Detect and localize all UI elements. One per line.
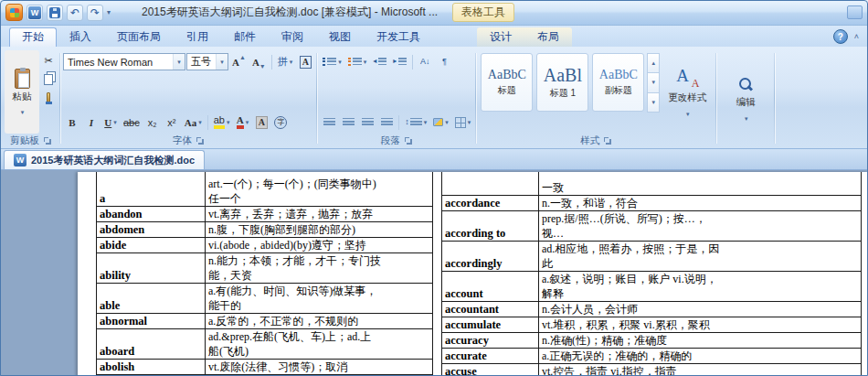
font-name-combo[interactable]: Times New Roman ▾ xyxy=(63,53,185,70)
gallery-down-button[interactable]: ▼ xyxy=(647,72,660,92)
definition-cell[interactable]: a.叙述，说明；账目，账户 vi.说明， 解释 xyxy=(539,271,862,301)
word-cell[interactable]: accumulate xyxy=(442,317,539,332)
tab-developer[interactable]: 开发工具 xyxy=(364,27,433,47)
numbering-button[interactable] xyxy=(345,53,370,70)
definition-cell[interactable]: vt.废除(法律、习惯等)；取消 xyxy=(206,359,433,374)
justify-button[interactable] xyxy=(377,113,396,131)
tab-mailings[interactable]: 邮件 xyxy=(221,27,269,47)
definition-cell[interactable]: n.会计人员，会计师 xyxy=(539,301,862,317)
align-right-button[interactable] xyxy=(358,113,376,131)
help-icon[interactable]: ? xyxy=(833,29,848,44)
tab-insert[interactable]: 插入 xyxy=(57,27,104,47)
dialog-launcher-icon[interactable] xyxy=(604,137,612,145)
grow-font-button[interactable]: A▲ xyxy=(229,53,249,70)
change-styles-button[interactable]: AA 更改样式 xyxy=(661,50,714,134)
word-cell[interactable]: abide xyxy=(97,237,206,252)
copy-button[interactable] xyxy=(39,70,58,88)
italic-button[interactable]: I xyxy=(82,113,101,131)
definition-cell[interactable]: a.反常的，不正常的，不规则的 xyxy=(206,313,433,328)
word-cell[interactable] xyxy=(442,172,539,195)
word-cell[interactable]: able xyxy=(97,283,206,313)
bullets-button[interactable] xyxy=(320,53,344,70)
tab-view[interactable]: 视图 xyxy=(316,27,364,47)
shading-button[interactable] xyxy=(430,113,451,131)
word-cell[interactable]: accuse xyxy=(442,363,539,376)
word-cell[interactable]: aboard xyxy=(97,328,206,359)
style-card-subtitle[interactable]: AaBbC 副标题 xyxy=(592,53,644,112)
character-border-button[interactable]: A xyxy=(296,53,314,70)
borders-button[interactable] xyxy=(452,113,474,131)
word-cell[interactable]: abdomen xyxy=(97,221,206,237)
tab-table-layout[interactable]: 布局 xyxy=(524,27,572,47)
word-cell[interactable]: according to xyxy=(442,210,539,241)
definition-cell[interactable]: ad.相应地，照着办，按照；于是，因 此 xyxy=(539,241,862,271)
word-cell[interactable]: ability xyxy=(97,252,206,283)
definition-cell[interactable]: n.能力；本领；才能，才干；专门技 能，天资 xyxy=(206,252,433,283)
word-app-button[interactable] xyxy=(26,5,43,21)
document-tab[interactable]: 2015考研英语大纲词汇自我检测.doc xyxy=(4,150,205,169)
definition-cell[interactable]: vi.(abode，abided)(by)遵守；坚持 xyxy=(206,237,433,252)
definition-cell[interactable]: vt.控告，指责 vi.指控，指责 xyxy=(539,363,862,376)
word-cell[interactable]: accuracy xyxy=(442,332,539,348)
definition-cell[interactable]: vt.离弃，丢弃；遗弃，抛弃；放弃 xyxy=(206,206,433,221)
cut-button[interactable]: ✂ xyxy=(39,52,58,70)
gallery-expand-button[interactable]: ▼ xyxy=(647,92,660,113)
strikethrough-button[interactable]: abc xyxy=(121,113,143,131)
tab-table-design[interactable]: 设计 xyxy=(477,27,524,47)
font-size-combo[interactable]: 五号 ▾ xyxy=(186,53,228,70)
align-center-button[interactable] xyxy=(339,113,357,131)
window-control-button[interactable] xyxy=(847,5,863,19)
sort-button[interactable]: A↓ xyxy=(416,53,434,70)
highlight-color-button[interactable]: ab xyxy=(211,113,233,131)
word-cell[interactable]: account xyxy=(442,271,539,301)
change-case-button[interactable]: Aa xyxy=(182,113,205,131)
definition-cell[interactable]: n.准确(性)；精确；准确度 xyxy=(539,332,862,348)
qat-customize-dropdown[interactable]: ▾ xyxy=(107,8,111,16)
tab-references[interactable]: 引用 xyxy=(174,27,221,47)
word-cell[interactable]: accordance xyxy=(442,195,539,210)
definition-cell[interactable]: art.一(个)；每一(个)；(同类事物中) 任一个 xyxy=(206,172,433,206)
word-cell[interactable]: accordingly xyxy=(442,241,539,271)
office-button[interactable] xyxy=(5,4,23,21)
style-card-heading1[interactable]: AaBl 标题 1 xyxy=(536,53,588,112)
bold-button[interactable]: B xyxy=(63,113,81,131)
redo-button[interactable]: ↷ xyxy=(87,5,103,21)
tab-page-layout[interactable]: 页面布局 xyxy=(104,27,174,47)
word-cell[interactable]: abolish xyxy=(97,359,206,374)
word-cell[interactable]: accountant xyxy=(442,301,539,317)
subscript-button[interactable]: x₂ xyxy=(143,113,162,131)
word-cell[interactable]: abandon xyxy=(97,206,206,221)
underline-button[interactable]: U xyxy=(101,113,120,131)
gallery-up-button[interactable]: ▲ xyxy=(647,53,660,73)
word-cell[interactable]: accurate xyxy=(442,348,539,363)
shrink-font-button[interactable]: A▼ xyxy=(249,53,269,70)
definition-cell[interactable]: 一致 xyxy=(539,172,862,195)
character-shading-button[interactable]: A xyxy=(252,113,270,131)
document-area[interactable]: aart.一(个)；每一(个)；(同类事物中) 任一个 abandonvt.离弃… xyxy=(0,170,868,376)
editing-button[interactable]: 编辑 xyxy=(719,50,772,148)
word-cell[interactable]: abnormal xyxy=(97,313,206,328)
dialog-launcher-icon[interactable] xyxy=(405,137,413,145)
undo-button[interactable]: ↶ xyxy=(67,5,83,21)
dialog-launcher-icon[interactable] xyxy=(196,137,205,145)
show-hide-marks-button[interactable]: ¶ xyxy=(435,53,453,70)
chevron-down-icon[interactable]: ▾ xyxy=(173,54,185,70)
align-left-button[interactable] xyxy=(320,113,338,131)
definition-cell[interactable]: n.一致，和谐，符合 xyxy=(539,195,862,210)
definition-cell[interactable]: a.正确无误的；准确的，精确的 xyxy=(539,348,862,363)
definition-cell[interactable]: n.腹，下腹(胸部到腿部的部分) xyxy=(206,221,433,237)
tab-home[interactable]: 开始 xyxy=(9,27,57,47)
enclose-character-button[interactable]: 字 xyxy=(271,113,290,131)
line-spacing-button[interactable]: ↕ xyxy=(402,113,429,131)
word-cell[interactable]: a xyxy=(97,172,206,206)
definition-cell[interactable]: vt.堆积，积累，积聚 vi.累积，聚积 xyxy=(539,317,862,332)
definition-cell[interactable]: ad.&prep.在船(飞机、车)上；ad.上 船(飞机) xyxy=(206,328,433,359)
decrease-indent-button[interactable] xyxy=(370,53,389,70)
save-button[interactable] xyxy=(47,5,63,21)
definition-cell[interactable]: a.有(能力、时间、知识等)做某事， 能干的 xyxy=(206,283,433,313)
superscript-button[interactable]: x² xyxy=(163,113,181,131)
document-page[interactable]: aart.一(个)；每一(个)；(同类事物中) 任一个 abandonvt.离弃… xyxy=(78,172,868,376)
increase-indent-button[interactable] xyxy=(390,53,409,70)
pinyin-guide-button[interactable]: 拼 xyxy=(275,53,296,70)
format-painter-button[interactable] xyxy=(39,89,58,106)
